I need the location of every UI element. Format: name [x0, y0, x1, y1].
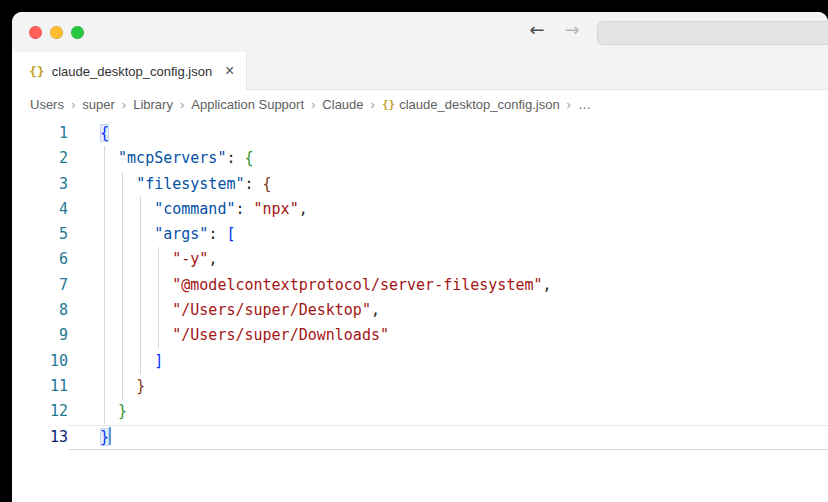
code-line[interactable]: 1{: [12, 121, 828, 146]
line-number: 8: [12, 298, 68, 323]
code-text: "filesystem": {: [68, 172, 828, 197]
code-line[interactable]: 7 "@modelcontextprotocol/server-filesyst…: [12, 273, 828, 298]
code-token: ,: [299, 200, 308, 218]
code-line[interactable]: 2 "mcpServers": {: [12, 146, 828, 171]
code-token: :: [245, 175, 263, 193]
code-line[interactable]: 9 "/Users/super/Downloads": [12, 323, 828, 348]
code-line[interactable]: 6 "-y",: [12, 247, 828, 272]
code-token: [100, 200, 154, 218]
code-text: }: [68, 425, 828, 450]
code-token: }: [136, 377, 145, 395]
breadcrumb-label: Users: [30, 97, 64, 112]
code-text: }: [68, 399, 828, 424]
indent-guide: [140, 197, 141, 374]
breadcrumb-label: …: [578, 97, 591, 112]
code-token: "npx": [254, 200, 299, 218]
code-text: "/Users/super/Downloads": [68, 323, 828, 348]
titlebar[interactable]: ← →: [12, 12, 828, 52]
code-text: "/Users/super/Desktop",: [68, 298, 828, 323]
code-token: [100, 326, 172, 344]
code-line[interactable]: 3 "filesystem": {: [12, 172, 828, 197]
zoom-window-button[interactable]: [71, 26, 84, 39]
code-token: [100, 225, 154, 243]
indent-guide: [122, 172, 123, 400]
code-text: ]: [68, 349, 828, 374]
indent-guide: [158, 247, 159, 348]
code-token: [100, 301, 172, 319]
line-number: 9: [12, 323, 68, 348]
code-line[interactable]: 5 "args": [: [12, 222, 828, 247]
code-token: [100, 149, 118, 167]
close-window-button[interactable]: [29, 26, 42, 39]
breadcrumb-separator: ›: [311, 97, 315, 112]
breadcrumb-label: Claude: [322, 97, 363, 112]
code-token: ,: [371, 301, 380, 319]
breadcrumb-label: Application Support: [191, 97, 304, 112]
line-number: 11: [12, 374, 68, 399]
code-token: "@modelcontextprotocol/server-filesystem…: [172, 276, 542, 294]
breadcrumb: Users›super›Library›Application Support›…: [12, 90, 828, 118]
code-line[interactable]: 8 "/Users/super/Desktop",: [12, 298, 828, 323]
code-token: [: [226, 225, 235, 243]
code-token: "mcpServers": [118, 149, 226, 167]
minimize-window-button[interactable]: [50, 26, 63, 39]
tab-label: claude_desktop_config.json: [52, 64, 212, 79]
code-token: [100, 402, 118, 420]
code-token: [100, 250, 172, 268]
breadcrumb-item[interactable]: super: [82, 97, 115, 112]
code-line[interactable]: 12 }: [12, 399, 828, 424]
code-editor[interactable]: 1{2 "mcpServers": {3 "filesystem": {4 "c…: [12, 118, 828, 450]
line-number: 6: [12, 247, 68, 272]
search-bar[interactable]: [597, 21, 828, 45]
code-line[interactable]: 10 ]: [12, 349, 828, 374]
line-number: 12: [12, 399, 68, 424]
code-line[interactable]: 4 "command": "npx",: [12, 197, 828, 222]
line-number: 2: [12, 146, 68, 171]
code-token: "/Users/super/Downloads": [172, 326, 389, 344]
json-file-icon: {}: [382, 98, 395, 111]
breadcrumb-separator: ›: [71, 97, 75, 112]
code-token: :: [226, 149, 244, 167]
code-token: :: [208, 225, 226, 243]
code-text: "mcpServers": {: [68, 146, 828, 171]
code-line[interactable]: 11 }: [12, 374, 828, 399]
code-token: [100, 352, 154, 370]
forward-icon[interactable]: →: [561, 19, 583, 40]
text-cursor: [109, 427, 111, 445]
indent-guide: [104, 146, 105, 424]
breadcrumb-separator: ›: [180, 97, 184, 112]
code-lines: 1{2 "mcpServers": {3 "filesystem": {4 "c…: [12, 121, 828, 450]
breadcrumb-item[interactable]: {}claude_desktop_config.json: [382, 97, 560, 112]
line-number: 3: [12, 172, 68, 197]
code-token: "/Users/super/Desktop": [172, 301, 371, 319]
code-token: {: [100, 124, 109, 142]
code-token: "command": [154, 200, 235, 218]
code-text: }: [68, 374, 828, 399]
breadcrumb-item[interactable]: Users: [30, 97, 64, 112]
editor-window: ← → {} claude_desktop_config.json × User…: [12, 12, 828, 502]
history-nav: ← →: [526, 19, 583, 40]
code-text: "command": "npx",: [68, 197, 828, 222]
tab-bar: {} claude_desktop_config.json ×: [12, 52, 828, 90]
code-token: [100, 175, 136, 193]
breadcrumb-item[interactable]: Claude: [322, 97, 363, 112]
code-text: {: [68, 121, 828, 146]
back-icon[interactable]: ←: [526, 19, 548, 40]
line-number: 7: [12, 273, 68, 298]
breadcrumb-label: super: [82, 97, 115, 112]
code-token: {: [245, 149, 254, 167]
code-token: :: [235, 200, 253, 218]
code-token: "args": [154, 225, 208, 243]
breadcrumb-separator: ›: [567, 97, 571, 112]
breadcrumb-item[interactable]: …: [578, 97, 591, 112]
breadcrumb-item[interactable]: Library: [133, 97, 173, 112]
breadcrumb-label: claude_desktop_config.json: [399, 97, 559, 112]
tab-close-icon[interactable]: ×: [225, 63, 234, 79]
breadcrumb-item[interactable]: Application Support: [191, 97, 304, 112]
breadcrumb-separator: ›: [122, 97, 126, 112]
code-line[interactable]: 13}: [12, 425, 828, 450]
code-token: "-y": [172, 250, 208, 268]
code-token: }: [100, 428, 109, 446]
tab-claude-desktop-config-json[interactable]: {} claude_desktop_config.json ×: [12, 52, 247, 90]
code-text: "@modelcontextprotocol/server-filesystem…: [68, 273, 828, 298]
